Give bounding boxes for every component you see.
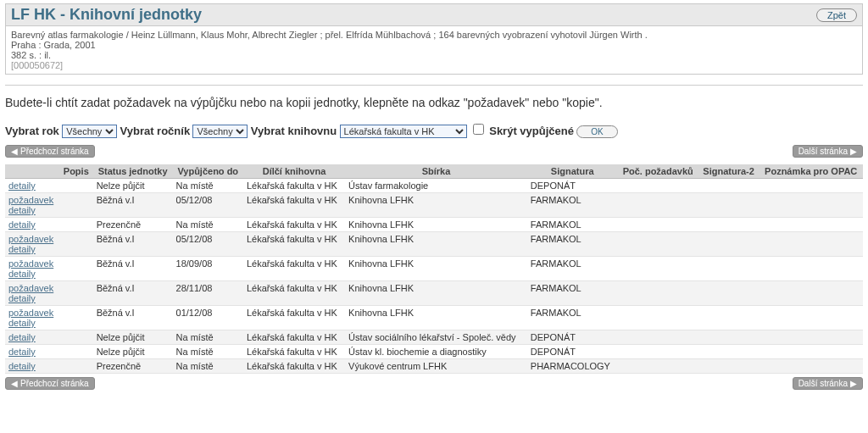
cell <box>618 218 698 232</box>
cell <box>59 232 93 257</box>
next-page-button[interactable]: Další stránka ▶ <box>793 377 863 390</box>
cell <box>59 218 93 232</box>
prev-page-button[interactable]: ◀ Předchozí stránka <box>5 145 95 158</box>
cell: Běžná v.I <box>93 306 173 330</box>
cell: FARMAKOL <box>527 218 618 232</box>
cell: Lékařská fakulta v HK <box>243 281 345 306</box>
volume-select[interactable]: Všechny <box>192 125 248 138</box>
details-link[interactable]: detaily <box>8 361 36 371</box>
cell <box>759 218 863 232</box>
divider <box>5 85 863 86</box>
pager-top: ◀ Předchozí stránka Další stránka ▶ <box>5 145 863 158</box>
cell: 01/12/08 <box>173 306 243 330</box>
cell: Ústav farmakologie <box>345 179 527 193</box>
request-link[interactable]: požadavek <box>8 308 53 318</box>
cell <box>759 281 863 306</box>
cell: Prezenčně <box>93 359 173 374</box>
cell <box>618 281 698 306</box>
column-header: Poznámka pro OPAC <box>759 164 863 179</box>
cell: Běžná v.I <box>93 193 173 218</box>
details-link[interactable]: detaily <box>8 244 36 254</box>
details-link[interactable]: detaily <box>8 180 36 191</box>
cell <box>698 257 760 281</box>
cell: 18/09/08 <box>173 257 243 281</box>
cell <box>618 306 698 330</box>
cell: FARMAKOL <box>527 281 618 306</box>
cell <box>59 306 93 330</box>
cell: Knihovna LFHK <box>345 218 527 232</box>
next-page-button[interactable]: Další stránka ▶ <box>793 145 863 158</box>
cell: Knihovna LFHK <box>345 232 527 257</box>
hide-loaned-label: Skrýt vypůjčené <box>489 125 574 137</box>
year-select[interactable]: Všechny <box>62 125 117 138</box>
cell: Lékařská fakulta v HK <box>243 179 345 193</box>
table-row: požadavekdetailyBěžná v.I05/12/08Lékařsk… <box>5 193 863 218</box>
details-link[interactable]: detaily <box>8 318 36 328</box>
cell: Prezenčně <box>93 218 173 232</box>
table-row: detailyNelze půjčitNa místěLékařská faku… <box>5 345 863 359</box>
details-link[interactable]: detaily <box>8 219 36 230</box>
items-table: PopisStatus jednotkyVypůjčeno doDílčí kn… <box>5 164 863 374</box>
record-citation: Barevný atlas farmakologie / Heinz Lüllm… <box>5 26 863 75</box>
cell <box>698 306 760 330</box>
cell <box>59 359 93 374</box>
citation-line: Barevný atlas farmakologie / Heinz Lüllm… <box>11 30 857 40</box>
table-row: požadavekdetailyBěžná v.I01/12/08Lékařsk… <box>5 306 863 330</box>
details-link[interactable]: detaily <box>8 293 36 303</box>
cell: Lékařská fakulta v HK <box>243 306 345 330</box>
cell: FARMAKOL <box>527 193 618 218</box>
cell: Běžná v.I <box>93 257 173 281</box>
cell: Ústav kl. biochemie a diagnostiky <box>345 345 527 359</box>
details-link[interactable]: detaily <box>8 332 36 342</box>
request-link[interactable]: požadavek <box>8 258 53 269</box>
back-button[interactable]: Zpět <box>816 8 857 22</box>
column-header <box>5 164 59 179</box>
page-title: LF HK - Knihovní jednotky <box>11 6 202 24</box>
cell: Nelze půjčit <box>93 330 173 345</box>
cell: 05/12/08 <box>173 232 243 257</box>
request-link[interactable]: požadavek <box>8 195 53 205</box>
details-link[interactable]: detaily <box>8 269 36 279</box>
library-label: Vybrat knihovnu <box>251 125 337 137</box>
cell <box>698 359 760 374</box>
cell: Na místě <box>173 330 243 345</box>
cell <box>59 345 93 359</box>
cell <box>59 330 93 345</box>
cell <box>618 330 698 345</box>
volume-label: Vybrat ročník <box>120 125 191 137</box>
cell: Na místě <box>173 218 243 232</box>
details-link[interactable]: detaily <box>8 347 36 357</box>
ok-button[interactable]: OK <box>576 125 617 138</box>
cell: Běžná v.I <box>93 281 173 306</box>
column-header: Sbírka <box>345 164 527 179</box>
cell <box>698 281 760 306</box>
prev-page-button[interactable]: ◀ Předchozí stránka <box>5 377 95 390</box>
details-link[interactable]: detaily <box>8 205 36 215</box>
cell: Lékařská fakulta v HK <box>243 232 345 257</box>
table-row: detailyNelze půjčitNa místěLékařská faku… <box>5 330 863 345</box>
cell <box>59 179 93 193</box>
column-header: Poč. požadavků <box>618 164 698 179</box>
cell: Knihovna LFHK <box>345 257 527 281</box>
request-link[interactable]: požadavek <box>8 283 53 293</box>
cell <box>759 232 863 257</box>
cell: Lékařská fakulta v HK <box>243 218 345 232</box>
cell: Knihovna LFHK <box>345 281 527 306</box>
cell <box>698 330 760 345</box>
cell: Ústav sociálního lékařství - Společ. věd… <box>345 330 527 345</box>
cell: Výukové centrum LFHK <box>345 359 527 374</box>
cell: DEPONÁT <box>527 345 618 359</box>
cell: FARMAKOL <box>527 257 618 281</box>
cell <box>759 330 863 345</box>
column-header: Dílčí knihovna <box>243 164 345 179</box>
hide-loaned-checkbox[interactable] <box>473 124 484 135</box>
cell: FARMAKOL <box>527 306 618 330</box>
filter-bar: Vybrat rok Všechny Vybrat ročník Všechny… <box>5 121 863 138</box>
cell: Na místě <box>173 179 243 193</box>
cell: Na místě <box>173 359 243 374</box>
cell: Nelze půjčit <box>93 179 173 193</box>
cell: DEPONÁT <box>527 330 618 345</box>
library-select[interactable]: Lékařská fakulta v HK <box>340 125 467 138</box>
instruction-text: Budete-li chtít zadat požadavek na výpůj… <box>5 96 863 109</box>
request-link[interactable]: požadavek <box>8 234 53 244</box>
